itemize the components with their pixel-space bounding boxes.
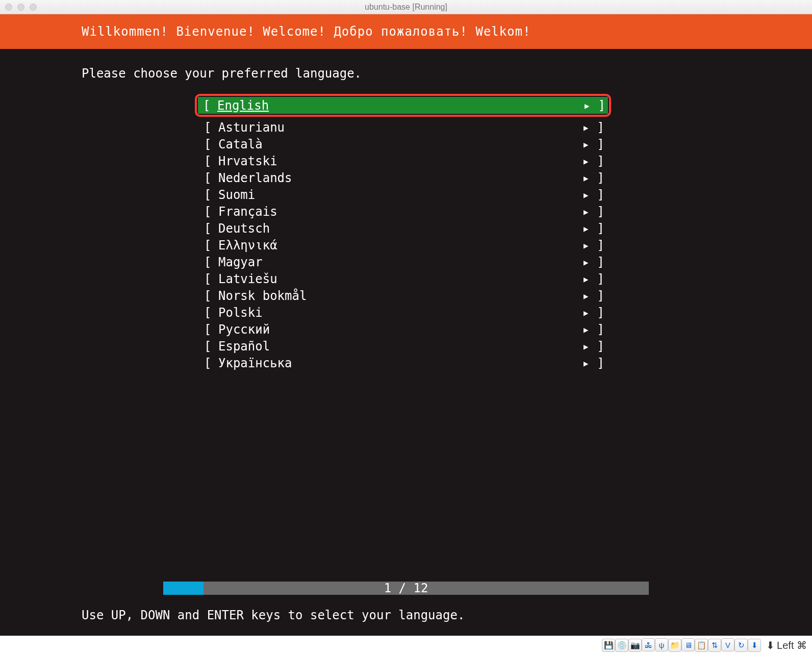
language-option[interactable]: [ Русский▸ ] [199, 321, 607, 338]
submenu-arrow-icon: ▸ [569, 323, 590, 336]
host-key-indicator: ⬇ Left ⌘ [766, 639, 807, 651]
bracket-left: [ [204, 323, 218, 336]
submenu-arrow-icon: ▸ [569, 340, 590, 353]
language-option[interactable]: [ Suomi▸ ] [199, 186, 607, 203]
bracket-right: ] [590, 357, 602, 369]
vm-guest-screen[interactable]: Willkommen! Bienvenue! Welcome! Добро по… [0, 14, 812, 636]
submenu-arrow-icon: ▸ [569, 121, 590, 134]
language-option[interactable]: [ Deutsch▸ ] [199, 220, 607, 237]
language-list[interactable]: [ English▸ ][ Asturianu▸ ][ Català▸ ][ H… [199, 94, 607, 371]
language-option[interactable]: [ Latviešu▸ ] [199, 270, 607, 287]
language-option[interactable]: [ Ελληνικά▸ ] [199, 237, 607, 254]
folder-icon[interactable]: 📁 [668, 639, 681, 652]
usb-icon[interactable]: ψ [655, 638, 668, 651]
download-icon[interactable]: ⬇ [748, 639, 761, 652]
optical-disc-icon[interactable]: 💿 [615, 639, 628, 652]
annotation-highlight: [ English▸ ] [195, 94, 611, 117]
language-option-label: Nederlands [218, 172, 569, 184]
bracket-right: ] [590, 239, 602, 251]
submenu-arrow-icon: ▸ [570, 99, 591, 112]
language-option[interactable]: [ Hrvatski▸ ] [199, 153, 607, 169]
language-option-label: Polski [218, 307, 569, 319]
camera-icon[interactable]: 📷 [628, 639, 642, 652]
language-option[interactable]: [ Asturianu▸ ] [199, 119, 607, 136]
recording-icon[interactable]: V [721, 638, 734, 651]
bracket-right: ] [590, 307, 602, 319]
submenu-arrow-icon: ▸ [569, 239, 590, 251]
bracket-left: [ [204, 121, 218, 134]
bracket-right: ] [590, 189, 602, 201]
bracket-left: [ [204, 138, 218, 150]
bracket-right: ] [590, 323, 602, 336]
bracket-right: ] [590, 222, 602, 235]
submenu-arrow-icon: ▸ [569, 172, 590, 184]
bracket-right: ] [590, 273, 602, 285]
language-option-label: Deutsch [218, 222, 569, 235]
submenu-arrow-icon: ▸ [569, 189, 590, 201]
language-option-label: English [217, 99, 570, 112]
language-option-label: Ελληνικά [218, 239, 569, 251]
bracket-right: ] [591, 99, 603, 112]
language-option[interactable]: [ English▸ ] [198, 97, 608, 114]
host-key-arrow-icon: ⬇ [766, 639, 775, 651]
language-option-label: Català [218, 138, 569, 150]
submenu-arrow-icon: ▸ [569, 138, 590, 150]
progress-bar: 1 / 12 [163, 582, 649, 595]
bracket-left: [ [204, 172, 218, 184]
progress-bar-fill [163, 582, 204, 595]
language-prompt: Please choose your preferred language. [82, 67, 812, 80]
progress-area: 1 / 12 [0, 582, 812, 595]
submenu-arrow-icon: ▸ [569, 357, 590, 369]
language-option-label: Norsk bokmål [218, 290, 569, 302]
installer-content: Please choose your preferred language. [… [0, 49, 812, 582]
bracket-left: [ [204, 273, 218, 285]
bracket-left: [ [204, 189, 218, 201]
language-option-label: Español [218, 340, 569, 353]
submenu-arrow-icon: ▸ [569, 206, 590, 218]
virtualization-icon[interactable]: ↻ [734, 639, 748, 652]
bracket-left: [ [203, 99, 217, 112]
bracket-right: ] [590, 172, 602, 184]
bracket-left: [ [204, 357, 218, 369]
bracket-right: ] [590, 290, 602, 302]
language-option-label: Asturianu [218, 121, 569, 134]
submenu-arrow-icon: ▸ [569, 290, 590, 302]
language-option[interactable]: [ Nederlands▸ ] [199, 169, 607, 186]
submenu-arrow-icon: ▸ [569, 307, 590, 319]
language-option-label: Українська [218, 357, 569, 369]
language-option[interactable]: [ Українська▸ ] [199, 355, 607, 371]
language-option-label: Magyar [218, 256, 569, 268]
language-option[interactable]: [ Polski▸ ] [199, 304, 607, 321]
network-icon[interactable]: 🖧 [642, 638, 655, 651]
bracket-right: ] [590, 155, 602, 167]
welcome-banner: Willkommen! Bienvenue! Welcome! Добро по… [0, 14, 812, 49]
bracket-left: [ [204, 256, 218, 268]
submenu-arrow-icon: ▸ [569, 155, 590, 167]
bracket-right: ] [590, 138, 602, 150]
bracket-left: [ [204, 340, 218, 353]
shared-clipboard-icon[interactable]: 📋 [695, 639, 708, 652]
bracket-right: ] [590, 121, 602, 134]
bracket-left: [ [204, 307, 218, 319]
display-icon[interactable]: 🖥 [681, 638, 695, 651]
keyboard-hint: Use UP, DOWN and ENTER keys to select yo… [0, 595, 812, 636]
bracket-left: [ [204, 222, 218, 235]
language-option[interactable]: [ Español▸ ] [199, 338, 607, 355]
language-option-label: Suomi [218, 189, 569, 201]
drag-drop-icon[interactable]: ⇅ [708, 639, 721, 652]
language-option-label: Latviešu [218, 273, 569, 285]
language-option-label: Français [218, 206, 569, 218]
bracket-left: [ [204, 155, 218, 167]
hard-disk-icon[interactable]: 💾 [602, 639, 615, 652]
window-title: ubuntu-base [Running] [0, 3, 812, 12]
bracket-left: [ [204, 239, 218, 251]
host-window-titlebar: ubuntu-base [Running] [0, 0, 812, 14]
language-option[interactable]: [ Magyar▸ ] [199, 254, 607, 270]
language-option[interactable]: [ Français▸ ] [199, 203, 607, 220]
bracket-left: [ [204, 290, 218, 302]
language-option[interactable]: [ Norsk bokmål▸ ] [199, 287, 607, 304]
host-key-label: Left ⌘ [777, 639, 807, 651]
welcome-banner-text: Willkommen! Bienvenue! Welcome! Добро по… [82, 24, 531, 39]
language-option[interactable]: [ Català▸ ] [199, 136, 607, 153]
bracket-left: [ [204, 206, 218, 218]
